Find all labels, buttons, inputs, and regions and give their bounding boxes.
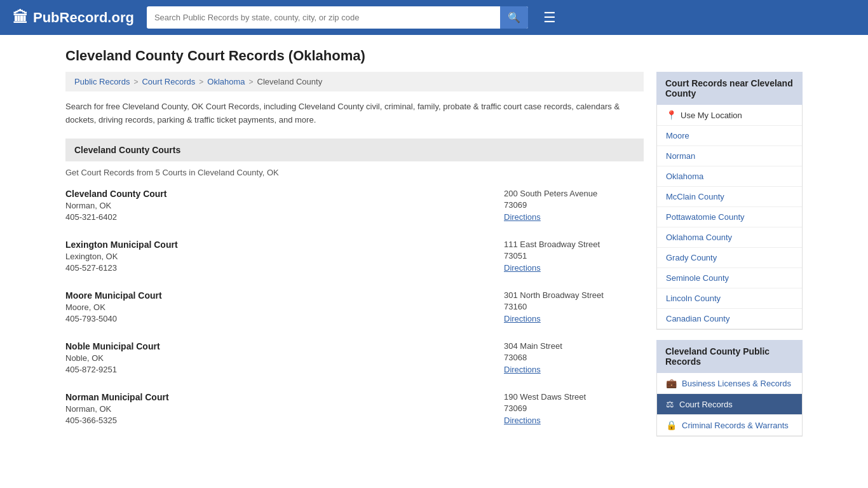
sidebar-nearby-links: 📍 Use My Location MooreNormanOklahomaMcC… xyxy=(656,105,803,330)
sidebar-pub-item[interactable]: 💼 Business Licenses & Records xyxy=(657,373,802,394)
court-address: 200 South Peters Avenue xyxy=(504,189,644,198)
sidebar-nearby-item[interactable]: Norman xyxy=(657,146,802,166)
court-right: 200 South Peters Avenue 73069 Directions xyxy=(504,189,644,222)
courts-list: Cleveland County Court Norman, OK 405-32… xyxy=(65,189,644,425)
sidebar-pub-list: 💼 Business Licenses & Records ⚖ Court Re… xyxy=(657,373,802,436)
court-city: Norman, OK xyxy=(65,201,166,210)
directions-link[interactable]: Directions xyxy=(504,314,541,323)
court-name: Lexington Municipal Court xyxy=(65,240,178,250)
main-content: Public Records > Court Records > Oklahom… xyxy=(65,72,644,443)
intro-text: Search for free Cleveland County, OK Cou… xyxy=(65,100,644,127)
directions-link[interactable]: Directions xyxy=(504,212,541,222)
court-zip: 73160 xyxy=(504,302,644,311)
court-name: Cleveland County Court xyxy=(65,189,166,199)
sidebar-nearby-item[interactable]: Lincoln County xyxy=(657,288,802,309)
court-name: Noble Municipal Court xyxy=(65,341,160,351)
court-right: 304 Main Street 73068 Directions xyxy=(504,341,644,374)
sidebar-nearby-list: MooreNormanOklahomaMcClain CountyPottawa… xyxy=(657,126,802,329)
page-title: Cleveland County Court Records (Oklahoma… xyxy=(65,48,803,64)
court-zip: 73068 xyxy=(504,353,644,362)
sidebar-use-location[interactable]: 📍 Use My Location xyxy=(657,105,802,126)
sidebar-pub-records-header: Cleveland County Public Records xyxy=(656,340,803,373)
logo[interactable]: 🏛 PubRecord.org xyxy=(13,9,134,27)
court-right: 301 North Broadway Street 73160 Directio… xyxy=(504,290,644,323)
location-icon: 📍 xyxy=(666,110,677,120)
court-city: Norman, OK xyxy=(65,404,169,414)
court-item: Noble Municipal Court Noble, OK 405-872-… xyxy=(65,341,644,374)
breadcrumb-oklahoma[interactable]: Oklahoma xyxy=(207,77,245,86)
courts-section-header: Cleveland County Courts xyxy=(65,139,644,161)
sidebar-nearby-item[interactable]: Canadian County xyxy=(657,309,802,329)
content-layout: Public Records > Court Records > Oklahom… xyxy=(65,72,803,443)
court-left: Norman Municipal Court Norman, OK 405-36… xyxy=(65,392,169,425)
search-bar: 🔍 xyxy=(147,6,528,29)
use-location-label: Use My Location xyxy=(681,111,742,120)
court-name: Moore Municipal Court xyxy=(65,290,162,301)
logo-text: PubRecord.org xyxy=(33,10,134,26)
directions-link[interactable]: Directions xyxy=(504,365,541,374)
court-address: 111 East Broadway Street xyxy=(504,240,644,249)
breadcrumb: Public Records > Court Records > Oklahom… xyxy=(65,72,644,92)
pub-item-label: Court Records xyxy=(679,400,733,409)
court-name: Norman Municipal Court xyxy=(65,392,169,402)
court-phone: 405-321-6402 xyxy=(65,212,166,222)
breadcrumb-sep-3: > xyxy=(249,78,254,86)
court-left: Lexington Municipal Court Lexington, OK … xyxy=(65,240,178,273)
main-wrapper: Cleveland County Court Records (Oklahoma… xyxy=(53,35,815,456)
search-button[interactable]: 🔍 xyxy=(500,6,528,29)
search-input[interactable] xyxy=(147,8,500,27)
court-address: 304 Main Street xyxy=(504,341,644,351)
court-city: Moore, OK xyxy=(65,302,162,312)
sidebar-pub-item[interactable]: ⚖ Court Records xyxy=(657,394,802,415)
court-address: 301 North Broadway Street xyxy=(504,290,644,300)
court-city: Noble, OK xyxy=(65,353,160,363)
courts-count: Get Court Records from 5 Courts in Cleve… xyxy=(65,168,644,177)
sidebar-nearby-item[interactable]: Grady County xyxy=(657,248,802,268)
pub-icon: 💼 xyxy=(666,378,677,388)
court-item: Norman Municipal Court Norman, OK 405-36… xyxy=(65,392,644,425)
breadcrumb-sep-1: > xyxy=(133,78,138,86)
court-item: Moore Municipal Court Moore, OK 405-793-… xyxy=(65,290,644,323)
sidebar-nearby-header: Court Records near Cleveland County xyxy=(656,72,803,105)
breadcrumb-current: Cleveland County xyxy=(257,77,323,86)
court-city: Lexington, OK xyxy=(65,252,178,261)
court-right: 190 West Daws Street 73069 Directions xyxy=(504,392,644,425)
sidebar-pub-item[interactable]: 🔒 Criminal Records & Warrants xyxy=(657,415,802,436)
breadcrumb-sep-2: > xyxy=(199,78,203,86)
sidebar-nearby-item[interactable]: Seminole County xyxy=(657,268,802,288)
sidebar-nearby-item[interactable]: McClain County xyxy=(657,187,802,207)
court-phone: 405-793-5040 xyxy=(65,314,162,323)
directions-link[interactable]: Directions xyxy=(504,263,541,273)
sidebar-nearby-item[interactable]: Oklahoma xyxy=(657,166,802,187)
court-item: Cleveland County Court Norman, OK 405-32… xyxy=(65,189,644,222)
court-left: Noble Municipal Court Noble, OK 405-872-… xyxy=(65,341,160,374)
sidebar-pub-links: 💼 Business Licenses & Records ⚖ Court Re… xyxy=(656,373,803,437)
breadcrumb-public-records[interactable]: Public Records xyxy=(74,77,130,86)
court-phone: 405-366-5325 xyxy=(65,416,169,425)
court-zip: 73069 xyxy=(504,403,644,413)
directions-link[interactable]: Directions xyxy=(504,416,541,425)
court-zip: 73069 xyxy=(504,200,644,210)
pub-item-label: Business Licenses & Records xyxy=(682,379,791,388)
pub-item-label: Criminal Records & Warrants xyxy=(682,421,789,430)
court-left: Moore Municipal Court Moore, OK 405-793-… xyxy=(65,290,162,323)
header: 🏛 PubRecord.org 🔍 ☰ xyxy=(0,0,868,35)
court-phone: 405-527-6123 xyxy=(65,263,178,273)
breadcrumb-court-records[interactable]: Court Records xyxy=(142,77,195,86)
sidebar-nearby-item[interactable]: Pottawatomie County xyxy=(657,207,802,227)
sidebar-nearby-item[interactable]: Moore xyxy=(657,126,802,146)
court-zip: 73051 xyxy=(504,251,644,261)
pub-icon: 🔒 xyxy=(666,420,677,430)
court-left: Cleveland County Court Norman, OK 405-32… xyxy=(65,189,166,222)
sidebar: Court Records near Cleveland County 📍 Us… xyxy=(656,72,803,437)
court-right: 111 East Broadway Street 73051 Direction… xyxy=(504,240,644,273)
menu-button[interactable]: ☰ xyxy=(543,10,556,26)
court-phone: 405-872-9251 xyxy=(65,365,160,374)
pub-icon: ⚖ xyxy=(666,399,674,409)
sidebar-nearby-item[interactable]: Oklahoma County xyxy=(657,227,802,248)
court-address: 190 West Daws Street xyxy=(504,392,644,402)
court-item: Lexington Municipal Court Lexington, OK … xyxy=(65,240,644,273)
logo-icon: 🏛 xyxy=(13,9,28,27)
